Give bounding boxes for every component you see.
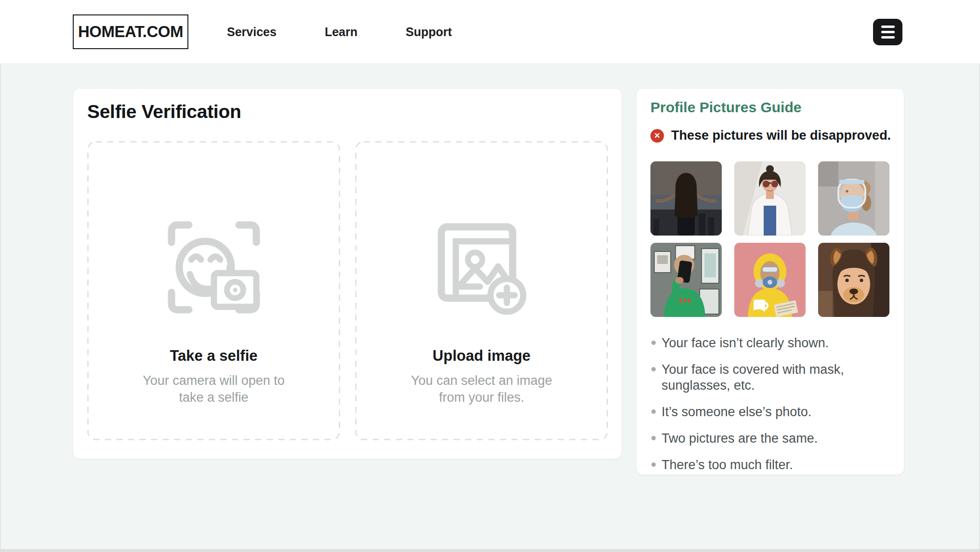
window-bottom-edge [0, 549, 980, 552]
take-selfie-option[interactable]: Take a selfie Your camera will open to t… [87, 141, 340, 440]
nav-item-services[interactable]: Services [227, 25, 277, 39]
x-circle-icon: ✕ [650, 129, 664, 143]
bullet-dot [651, 367, 656, 371]
upload-image-option[interactable]: Upload image You can select an image fro… [355, 141, 608, 440]
selfie-verification-card: Selfie Verification Take a selfie Your c… [73, 88, 622, 459]
warning-text: These pictures will be disapproved. [671, 128, 891, 143]
disapproved-photo-back-to-camera [650, 161, 722, 236]
disapproved-photo-sunglasses [734, 161, 806, 236]
take-selfie-description: Your camera will open to take a selfie [138, 372, 290, 406]
bullet-dot [651, 341, 656, 345]
menu-button[interactable] [873, 19, 902, 45]
disapproved-photo-phone-over-face [650, 243, 722, 317]
bullet-dot [651, 462, 656, 467]
header: HOMEAT.COM Services Learn Support [0, 0, 980, 64]
page: { "header": { "logo": "HOMEAT.COM", "nav… [0, 0, 980, 552]
nav-item-support[interactable]: Support [406, 25, 452, 39]
disapproved-photo-hazmat [734, 243, 806, 317]
profile-pictures-guide-card: Profile Pictures Guide ✕ These pictures … [636, 88, 904, 475]
rule-item: It’s someone else’s photo. [650, 404, 873, 420]
logo[interactable]: HOMEAT.COM [73, 14, 188, 49]
selfie-camera-icon [166, 219, 262, 315]
upload-image-icon [434, 219, 530, 315]
logo-text: HOMEAT.COM [78, 23, 183, 41]
main-nav: Services Learn Support [227, 25, 452, 39]
disapproved-photo-dog-filter [818, 243, 889, 317]
rule-item: Your face is covered with mask, sunglass… [650, 362, 873, 394]
upload-image-title: Upload image [433, 347, 530, 365]
bullet-dot [651, 409, 656, 414]
rule-item: Two pictures are the same. [650, 431, 873, 447]
rule-item: Your face isn’t clearly shown. [650, 335, 873, 351]
disapproved-warning: ✕ These pictures will be disapproved. [650, 128, 891, 143]
rule-item: There’s too much filter. [650, 457, 873, 473]
upload-image-description: You can select an image from your files. [406, 372, 557, 406]
disapproval-rules-list: Your face isn’t clearly shown. Your face… [650, 335, 891, 484]
disapproved-photo-mask-shield [818, 161, 889, 236]
nav-item-learn[interactable]: Learn [325, 25, 358, 39]
take-selfie-title: Take a selfie [170, 347, 257, 365]
page-title: Selfie Verification [87, 101, 241, 122]
guide-title: Profile Pictures Guide [650, 99, 801, 116]
bullet-dot [651, 436, 656, 440]
disapproved-photo-grid [650, 161, 889, 317]
